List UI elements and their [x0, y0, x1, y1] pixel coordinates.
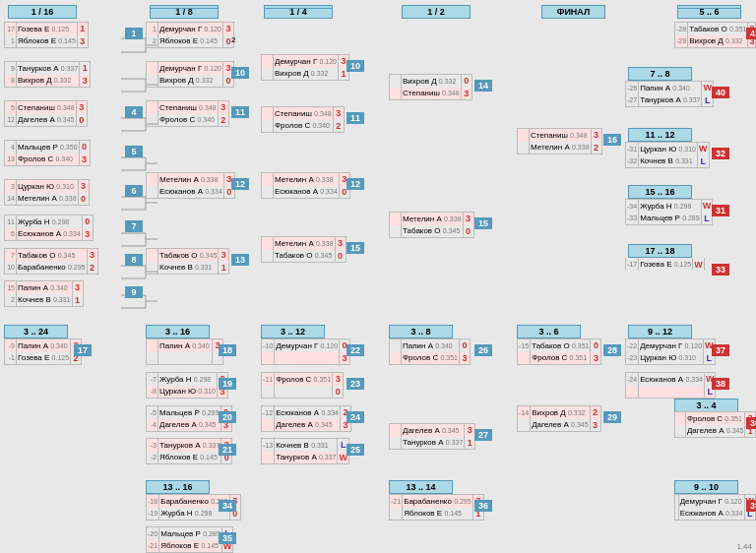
result-3-16-3: 20: [219, 411, 236, 423]
header-3-6: 3 .. 6: [517, 325, 581, 338]
match-9-12-2: -24 Есюканов А 0.334 W L: [625, 372, 716, 399]
match-met-es: Метелин А 0.338 3 Есюканов А 0.334 0: [146, 172, 235, 199]
match-q1: Демурчан Г 0.120 3 Вихров Д 0.332 1: [261, 54, 349, 81]
match-6-upper: 11 Журба Н 0.298 0 6 Есюканов А 0.334 3: [4, 215, 94, 241]
match-1-upper: 17 Гозева Е 0.125 1 1 Яблоков Е 0.145 3: [4, 22, 89, 48]
match-3-12-1: -10 Демурчан Г 0.120 0 3: [261, 338, 350, 365]
match-9-12: -22 Демурчан Г 0.120 W -23 Цуркан Ю 0.31…: [625, 338, 716, 365]
header-11-12: 11 .. 12: [628, 128, 692, 142]
header-3-12: 3 .. 12: [261, 325, 325, 338]
rh-5-6-b: [677, 5, 741, 9]
result-final: 16: [603, 134, 621, 146]
match-11-12: -31 Цуркан Ю 0.310 W -32 Кочнев В 0.331 …: [625, 142, 710, 168]
header-3-8: 3 .. 8: [389, 325, 453, 338]
header-1-16: 1 / 16: [8, 5, 77, 19]
result-13-16-2: 35: [219, 532, 236, 544]
result-9-12-2: 38: [712, 378, 729, 390]
match-s1: Вихров Д 0.332 0 Степаниш 0.348 3: [389, 74, 472, 100]
header-1-4-b: [264, 5, 333, 9]
result-q2: 11: [346, 112, 364, 124]
match-9-10: Демурчан Г 0.120 W Есюканов А 0.334 L: [674, 494, 756, 521]
result-3-8-2: 27: [474, 429, 492, 441]
result-11: 11: [231, 106, 249, 118]
result-3-16-2: 19: [219, 378, 236, 390]
result-3-6-2: 29: [603, 411, 621, 423]
match-13-14: -21 Барабаненко 0.295 3 Яблоков Е 0.145 …: [389, 494, 484, 521]
result-q3: 12: [346, 178, 364, 190]
match-7-8: -26 Папин А 0.340 W -27 Танурков А 0.337…: [625, 81, 714, 107]
match-num-10: 2: [231, 35, 235, 44]
header-3-24: 3 .. 24: [4, 325, 68, 338]
header-final: ФИНАЛ: [541, 5, 605, 19]
bracket-container: 1 / 16 1 / 8 1 / 4 1 / 2 ФИНАЛ 5 .. 6 17…: [0, 0, 756, 553]
result-1: 1: [125, 28, 143, 39]
header-7-8: 7 .. 8: [628, 67, 692, 81]
result-7-8: 40: [712, 87, 729, 98]
match-3-12-3: -12 Есюканов А 0.334 2 Дагелев А 0.345 3: [261, 405, 351, 432]
match-7-upper: 7 Табаков О 0.345 3 10 Барабаненко 0.295…: [4, 248, 98, 275]
result-9-12: 37: [712, 344, 729, 356]
result-s2: 15: [474, 217, 492, 229]
header-3-16: 3 .. 16: [146, 325, 210, 338]
match-vihrov-1-8: Демурчан Г 0.120 3 Вихров Д 0.332 0: [146, 61, 234, 88]
result-q1: 10: [346, 60, 364, 72]
result-13: 13: [231, 254, 249, 266]
match-5-upper: 3 Цуркан Ю 0.310 3 14 Метелин А 0.338 0: [4, 179, 90, 206]
match-3-6-1: -15 Табаков О 0.351 0 Фролов С 0.351 3: [517, 338, 601, 365]
header-1-8-b: [150, 5, 219, 9]
result-12: 12: [231, 178, 249, 190]
header-13-14: 13 .. 14: [389, 480, 453, 494]
header-9-10: 9 .. 10: [674, 480, 738, 494]
match-15-16: -34 Журба Н 0.298 W -33 Мальцев Р 0.289 …: [625, 199, 713, 225]
result-3-24: 17: [74, 344, 92, 356]
result-17-18: 33: [712, 264, 729, 276]
match-3-12-4: -13 Кочнев В 0.331 L Танурков А 0.337 W: [261, 438, 349, 464]
match-3-6-2: -14 Вихров Д 0.332 2 Дагелев А 0.345 3: [517, 405, 601, 432]
result-13-14: 36: [474, 500, 492, 512]
match-final: Степаниш 0.348 3 Метелин А 0.338 2: [517, 128, 602, 154]
result-s1: 14: [474, 80, 492, 92]
result-7: 8: [125, 254, 143, 266]
header-15-16: 15 .. 16: [628, 185, 692, 199]
result-10: 10: [231, 67, 249, 79]
match-4-upper: 4 Мальцев Р 0.350 0 13 Фролов С 0.340 3: [4, 140, 91, 166]
match-q4: Метелин А 0.338 3 Табаков О 0.345 0: [261, 236, 346, 263]
match-10: 1 Демурчан Г 0.120 3 2 Яблоков Е 0.145 0: [146, 22, 234, 48]
match-tab-koch: Табаков О 0.345 3 Кочнев В 0.331 1: [146, 248, 229, 275]
result-3-12-2: 23: [346, 378, 364, 390]
match-3-4: Фролов С 0.351 3 Дагелев А 0.345 1: [674, 411, 756, 438]
result-3-12-4: 25: [346, 444, 364, 456]
match-3-12-2: -11 Фролов С 0.351 3 0: [261, 372, 344, 399]
match-q3: Метелин А 0.338 3 Есюканов А 0.334 0: [261, 172, 350, 199]
match-17-18: -17 Гозева Е 0.125 W: [625, 258, 705, 271]
result-3-4: 30: [746, 417, 756, 429]
match-3-8-1: Папин А 0.340 0 Фролов С 0.351 3: [389, 338, 471, 365]
match-3-24: -9 Папин А 0.340 3 -1 Гозева Е 0.125 2: [4, 338, 82, 365]
result-11-12: 32: [712, 148, 729, 159]
result-6: 7: [125, 220, 143, 232]
header-17-18: 17 .. 18: [628, 244, 692, 258]
result-4: 5: [125, 146, 143, 157]
match-q2: Степаниш 0.348 3 Фролов С 0.340 2: [261, 106, 345, 133]
result-3: 4: [125, 106, 143, 118]
match-3-16-2: -7 Журба Н 0.298 0 -8 Цуркан Ю 0.310 3: [146, 372, 228, 399]
result-3-16-1: 18: [219, 344, 236, 356]
result-3-12-1: 22: [346, 344, 364, 356]
match-3-8-2: Дагелев А 0.345 3 Танурков А 0.337 1: [389, 423, 475, 450]
result-3-16-4: 21: [219, 444, 236, 456]
result-q4: 15: [346, 242, 364, 254]
header-3-4: 3 .. 4: [674, 399, 738, 412]
header-9-12: 9 .. 12: [628, 325, 692, 338]
result-15-16: 31: [712, 205, 729, 216]
match-step-frol: Степаниш 0.348 3 Фролов С 0.340 2: [146, 100, 229, 127]
match-3-16-1: Папин А 0.340 3: [146, 338, 223, 365]
result-3-8-1: 26: [474, 344, 492, 356]
version: 1.44: [736, 542, 752, 551]
header-1-2: 1 / 2: [402, 5, 471, 19]
match-8-upper: 15 Папин А 0.340 3 2 Кочнев В 0.331 1: [4, 280, 84, 307]
result-9-10: 39: [746, 500, 756, 512]
result-8: 9: [125, 286, 143, 298]
result-13-16-1: 34: [219, 500, 236, 512]
result-3-6-1: 28: [603, 344, 621, 356]
result-5-6: 41: [746, 28, 756, 39]
